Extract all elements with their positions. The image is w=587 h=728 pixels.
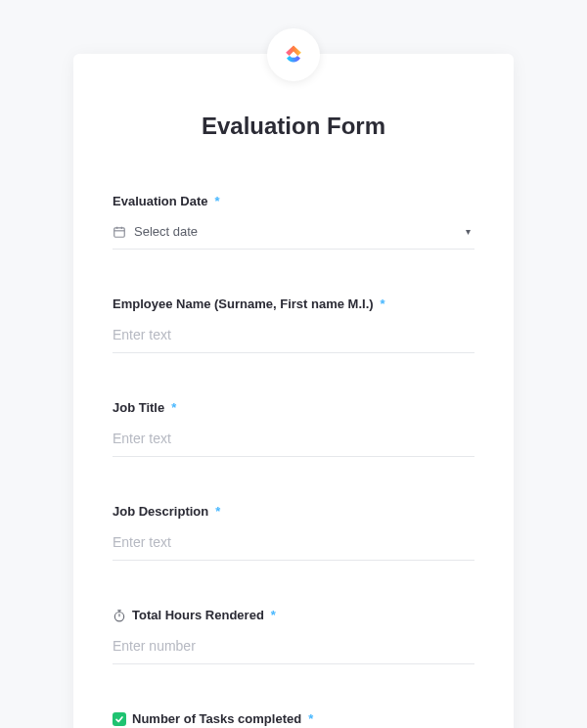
label-text: Evaluation Date xyxy=(113,194,208,208)
employee-name-input[interactable] xyxy=(113,327,474,342)
field-job-title: Job Title* xyxy=(113,400,474,457)
input-wrapper xyxy=(113,425,474,457)
brand-logo xyxy=(267,28,320,81)
job-title-input[interactable] xyxy=(113,431,474,446)
required-marker: * xyxy=(271,608,276,622)
label-job-description: Job Description* xyxy=(113,504,474,519)
field-tasks-completed: Number of Tasks completed* xyxy=(113,711,474,728)
date-placeholder: Select date xyxy=(134,224,458,239)
svg-rect-0 xyxy=(114,227,125,236)
field-job-description: Job Description* xyxy=(113,504,474,561)
input-wrapper xyxy=(113,632,474,664)
form-card: Evaluation Form Evaluation Date* Select … xyxy=(73,54,514,728)
form-title: Evaluation Form xyxy=(113,113,474,140)
label-employee-name: Employee Name (Surname, First name M.I.)… xyxy=(113,296,474,311)
label-text: Job Title xyxy=(113,400,164,415)
checkbox-icon xyxy=(113,712,126,726)
label-text: Total Hours Rendered xyxy=(132,608,264,622)
field-evaluation-date: Evaluation Date* Select date ▾ xyxy=(113,194,474,250)
clickup-icon xyxy=(280,41,307,68)
required-marker: * xyxy=(381,296,385,311)
label-tasks-completed: Number of Tasks completed* xyxy=(113,711,474,726)
required-marker: * xyxy=(215,504,220,519)
required-marker: * xyxy=(215,194,220,208)
chevron-down-icon: ▾ xyxy=(466,226,474,237)
date-input[interactable]: Select date ▾ xyxy=(113,218,474,250)
calendar-icon xyxy=(113,225,126,239)
label-job-title: Job Title* xyxy=(113,400,474,415)
input-wrapper xyxy=(113,321,474,353)
input-wrapper xyxy=(113,528,474,561)
field-employee-name: Employee Name (Surname, First name M.I.)… xyxy=(113,296,474,353)
total-hours-input[interactable] xyxy=(113,638,474,654)
stopwatch-icon xyxy=(113,609,126,622)
required-marker: * xyxy=(171,400,176,415)
label-text: Employee Name (Surname, First name M.I.) xyxy=(113,296,374,311)
label-text: Number of Tasks completed xyxy=(132,711,301,726)
label-total-hours: Total Hours Rendered* xyxy=(113,608,474,622)
job-description-input[interactable] xyxy=(113,534,474,550)
field-total-hours: Total Hours Rendered* xyxy=(113,608,474,664)
required-marker: * xyxy=(308,711,313,726)
label-evaluation-date: Evaluation Date* xyxy=(113,194,474,208)
label-text: Job Description xyxy=(113,504,208,519)
